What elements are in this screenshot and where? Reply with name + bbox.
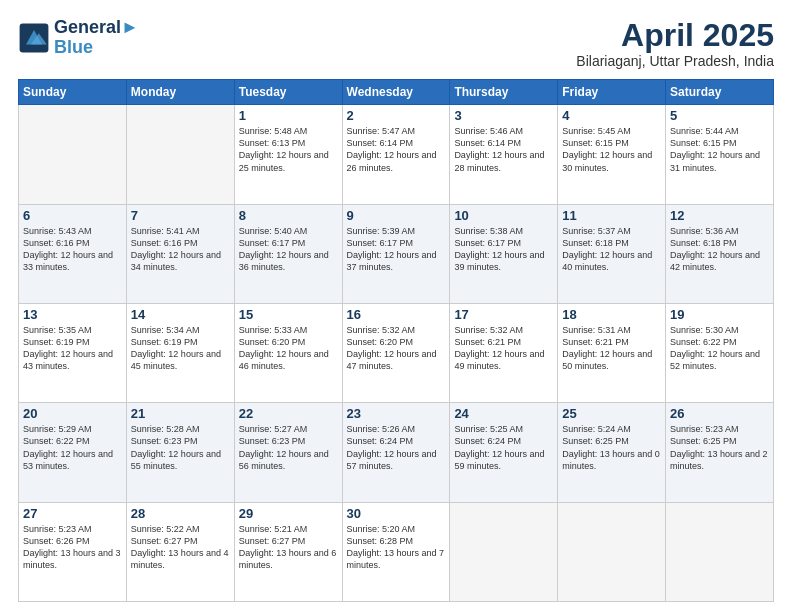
table-row: 11Sunrise: 5:37 AMSunset: 6:18 PMDayligh… [558, 204, 666, 303]
logo-icon [18, 22, 50, 54]
day-info: Sunrise: 5:45 AMSunset: 6:15 PMDaylight:… [562, 125, 661, 174]
day-number: 16 [347, 307, 446, 322]
day-number: 12 [670, 208, 769, 223]
table-row: 7Sunrise: 5:41 AMSunset: 6:16 PMDaylight… [126, 204, 234, 303]
month-title: April 2025 [576, 18, 774, 53]
table-row [19, 105, 127, 204]
day-number: 13 [23, 307, 122, 322]
day-number: 24 [454, 406, 553, 421]
table-row: 1Sunrise: 5:48 AMSunset: 6:13 PMDaylight… [234, 105, 342, 204]
day-number: 2 [347, 108, 446, 123]
table-row: 19Sunrise: 5:30 AMSunset: 6:22 PMDayligh… [666, 303, 774, 402]
day-number: 27 [23, 506, 122, 521]
table-row [558, 502, 666, 601]
day-info: Sunrise: 5:47 AMSunset: 6:14 PMDaylight:… [347, 125, 446, 174]
calendar-week-row: 6Sunrise: 5:43 AMSunset: 6:16 PMDaylight… [19, 204, 774, 303]
day-info: Sunrise: 5:43 AMSunset: 6:16 PMDaylight:… [23, 225, 122, 274]
table-row [126, 105, 234, 204]
table-row: 12Sunrise: 5:36 AMSunset: 6:18 PMDayligh… [666, 204, 774, 303]
day-info: Sunrise: 5:36 AMSunset: 6:18 PMDaylight:… [670, 225, 769, 274]
col-sunday: Sunday [19, 80, 127, 105]
table-row: 18Sunrise: 5:31 AMSunset: 6:21 PMDayligh… [558, 303, 666, 402]
day-number: 22 [239, 406, 338, 421]
day-number: 15 [239, 307, 338, 322]
day-number: 1 [239, 108, 338, 123]
logo: General► Blue [18, 18, 139, 58]
day-number: 19 [670, 307, 769, 322]
day-number: 8 [239, 208, 338, 223]
table-row: 4Sunrise: 5:45 AMSunset: 6:15 PMDaylight… [558, 105, 666, 204]
subtitle: Bilariaganj, Uttar Pradesh, India [576, 53, 774, 69]
title-block: April 2025 Bilariaganj, Uttar Pradesh, I… [576, 18, 774, 69]
day-info: Sunrise: 5:48 AMSunset: 6:13 PMDaylight:… [239, 125, 338, 174]
calendar-week-row: 1Sunrise: 5:48 AMSunset: 6:13 PMDaylight… [19, 105, 774, 204]
day-info: Sunrise: 5:39 AMSunset: 6:17 PMDaylight:… [347, 225, 446, 274]
table-row: 16Sunrise: 5:32 AMSunset: 6:20 PMDayligh… [342, 303, 450, 402]
day-number: 20 [23, 406, 122, 421]
header: General► Blue April 2025 Bilariaganj, Ut… [18, 18, 774, 69]
table-row: 10Sunrise: 5:38 AMSunset: 6:17 PMDayligh… [450, 204, 558, 303]
day-info: Sunrise: 5:24 AMSunset: 6:25 PMDaylight:… [562, 423, 661, 472]
day-info: Sunrise: 5:30 AMSunset: 6:22 PMDaylight:… [670, 324, 769, 373]
day-number: 17 [454, 307, 553, 322]
day-info: Sunrise: 5:35 AMSunset: 6:19 PMDaylight:… [23, 324, 122, 373]
table-row: 15Sunrise: 5:33 AMSunset: 6:20 PMDayligh… [234, 303, 342, 402]
day-info: Sunrise: 5:31 AMSunset: 6:21 PMDaylight:… [562, 324, 661, 373]
day-info: Sunrise: 5:34 AMSunset: 6:19 PMDaylight:… [131, 324, 230, 373]
table-row: 9Sunrise: 5:39 AMSunset: 6:17 PMDaylight… [342, 204, 450, 303]
day-info: Sunrise: 5:44 AMSunset: 6:15 PMDaylight:… [670, 125, 769, 174]
day-number: 26 [670, 406, 769, 421]
day-info: Sunrise: 5:46 AMSunset: 6:14 PMDaylight:… [454, 125, 553, 174]
table-row: 21Sunrise: 5:28 AMSunset: 6:23 PMDayligh… [126, 403, 234, 502]
day-info: Sunrise: 5:29 AMSunset: 6:22 PMDaylight:… [23, 423, 122, 472]
day-info: Sunrise: 5:22 AMSunset: 6:27 PMDaylight:… [131, 523, 230, 572]
day-info: Sunrise: 5:32 AMSunset: 6:20 PMDaylight:… [347, 324, 446, 373]
table-row: 6Sunrise: 5:43 AMSunset: 6:16 PMDaylight… [19, 204, 127, 303]
calendar-table: Sunday Monday Tuesday Wednesday Thursday… [18, 79, 774, 602]
day-info: Sunrise: 5:33 AMSunset: 6:20 PMDaylight:… [239, 324, 338, 373]
day-info: Sunrise: 5:20 AMSunset: 6:28 PMDaylight:… [347, 523, 446, 572]
table-row: 26Sunrise: 5:23 AMSunset: 6:25 PMDayligh… [666, 403, 774, 502]
day-number: 29 [239, 506, 338, 521]
table-row: 23Sunrise: 5:26 AMSunset: 6:24 PMDayligh… [342, 403, 450, 502]
table-row: 24Sunrise: 5:25 AMSunset: 6:24 PMDayligh… [450, 403, 558, 502]
day-number: 14 [131, 307, 230, 322]
day-info: Sunrise: 5:40 AMSunset: 6:17 PMDaylight:… [239, 225, 338, 274]
day-info: Sunrise: 5:32 AMSunset: 6:21 PMDaylight:… [454, 324, 553, 373]
day-number: 6 [23, 208, 122, 223]
day-info: Sunrise: 5:38 AMSunset: 6:17 PMDaylight:… [454, 225, 553, 274]
day-number: 25 [562, 406, 661, 421]
day-info: Sunrise: 5:21 AMSunset: 6:27 PMDaylight:… [239, 523, 338, 572]
table-row: 17Sunrise: 5:32 AMSunset: 6:21 PMDayligh… [450, 303, 558, 402]
table-row: 13Sunrise: 5:35 AMSunset: 6:19 PMDayligh… [19, 303, 127, 402]
table-row: 20Sunrise: 5:29 AMSunset: 6:22 PMDayligh… [19, 403, 127, 502]
col-wednesday: Wednesday [342, 80, 450, 105]
day-number: 4 [562, 108, 661, 123]
day-number: 21 [131, 406, 230, 421]
calendar-header-row: Sunday Monday Tuesday Wednesday Thursday… [19, 80, 774, 105]
col-friday: Friday [558, 80, 666, 105]
table-row: 28Sunrise: 5:22 AMSunset: 6:27 PMDayligh… [126, 502, 234, 601]
day-info: Sunrise: 5:41 AMSunset: 6:16 PMDaylight:… [131, 225, 230, 274]
day-info: Sunrise: 5:37 AMSunset: 6:18 PMDaylight:… [562, 225, 661, 274]
table-row: 2Sunrise: 5:47 AMSunset: 6:14 PMDaylight… [342, 105, 450, 204]
day-number: 28 [131, 506, 230, 521]
day-number: 30 [347, 506, 446, 521]
table-row: 22Sunrise: 5:27 AMSunset: 6:23 PMDayligh… [234, 403, 342, 502]
col-saturday: Saturday [666, 80, 774, 105]
day-number: 7 [131, 208, 230, 223]
calendar-week-row: 13Sunrise: 5:35 AMSunset: 6:19 PMDayligh… [19, 303, 774, 402]
table-row: 5Sunrise: 5:44 AMSunset: 6:15 PMDaylight… [666, 105, 774, 204]
table-row: 27Sunrise: 5:23 AMSunset: 6:26 PMDayligh… [19, 502, 127, 601]
col-thursday: Thursday [450, 80, 558, 105]
col-monday: Monday [126, 80, 234, 105]
calendar-week-row: 20Sunrise: 5:29 AMSunset: 6:22 PMDayligh… [19, 403, 774, 502]
table-row: 30Sunrise: 5:20 AMSunset: 6:28 PMDayligh… [342, 502, 450, 601]
table-row [666, 502, 774, 601]
day-number: 23 [347, 406, 446, 421]
day-number: 5 [670, 108, 769, 123]
day-info: Sunrise: 5:27 AMSunset: 6:23 PMDaylight:… [239, 423, 338, 472]
day-number: 11 [562, 208, 661, 223]
page: General► Blue April 2025 Bilariaganj, Ut… [0, 0, 792, 612]
day-info: Sunrise: 5:23 AMSunset: 6:26 PMDaylight:… [23, 523, 122, 572]
